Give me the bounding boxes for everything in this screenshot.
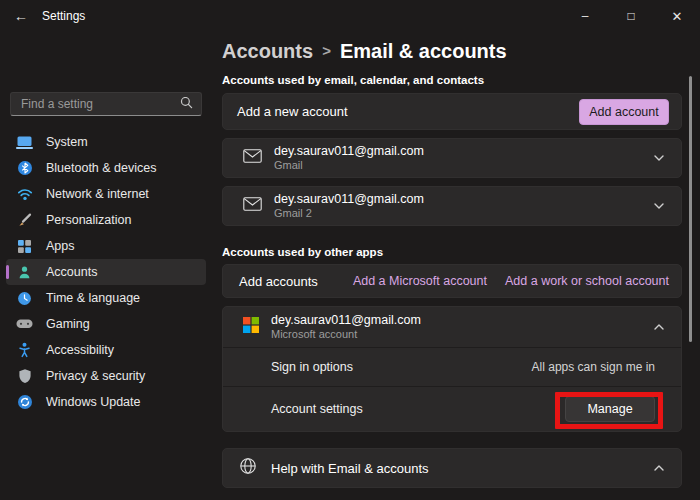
sidebar-item-label: Windows Update	[46, 395, 141, 409]
sign-in-options-value: All apps can sign me in	[532, 360, 655, 374]
add-account-button[interactable]: Add account	[579, 99, 669, 125]
search-icon	[180, 95, 193, 113]
sidebar-item-system[interactable]: System	[6, 129, 206, 155]
breadcrumb-accounts[interactable]: Accounts	[222, 40, 313, 62]
email-account-row-gmail[interactable]: dey.saurav011@gmail.com Gmail	[222, 138, 682, 178]
sidebar-item-label: Personalization	[46, 213, 131, 227]
chevron-down-icon[interactable]	[653, 202, 665, 210]
account-email: dey.saurav011@gmail.com	[274, 144, 424, 159]
chevron-up-icon[interactable]	[653, 323, 665, 331]
account-settings-row: Account settings Manage	[223, 387, 681, 431]
gaming-icon	[16, 318, 33, 330]
add-accounts-row: Add accounts Add a Microsoft account Add…	[222, 264, 682, 298]
add-work-school-account-link[interactable]: Add a work or school account	[505, 274, 669, 288]
mail-icon	[243, 149, 262, 167]
window-controls: – □ ✕	[562, 0, 700, 32]
chevron-up-icon[interactable]	[653, 464, 665, 472]
help-label: Help with Email & accounts	[271, 461, 653, 476]
minimize-button[interactable]: –	[562, 0, 608, 32]
page-title: Email & accounts	[340, 40, 507, 62]
account-email: dey.saurav011@gmail.com	[271, 313, 421, 328]
scrollbar-thumb[interactable]	[689, 76, 692, 342]
microsoft-account-group: dey.saurav011@gmail.com Microsoft accoun…	[222, 306, 682, 432]
sidebar-item-label: Gaming	[46, 317, 90, 331]
manage-button[interactable]: Manage	[565, 396, 655, 422]
account-type: Microsoft account	[271, 328, 421, 341]
sidebar-item-accessibility[interactable]: Accessibility	[6, 337, 206, 363]
add-accounts-label: Add accounts	[239, 274, 353, 289]
microsoft-logo-icon	[243, 317, 259, 337]
sidebar-item-gaming[interactable]: Gaming	[6, 311, 206, 337]
add-microsoft-account-link[interactable]: Add a Microsoft account	[353, 274, 487, 288]
system-icon	[16, 135, 33, 150]
breadcrumb: Accounts>Email & accounts	[222, 38, 682, 64]
personalization-icon	[16, 212, 33, 228]
sidebar-item-accounts[interactable]: Accounts	[6, 259, 206, 285]
chevron-down-icon[interactable]	[653, 154, 665, 162]
account-type: Gmail 2	[274, 207, 424, 220]
account-settings-label: Account settings	[271, 402, 565, 416]
apps-icon	[16, 239, 33, 254]
microsoft-account-row[interactable]: dey.saurav011@gmail.com Microsoft accoun…	[223, 307, 681, 347]
help-row[interactable]: Help with Email & accounts	[222, 448, 682, 488]
sidebar-item-label: Privacy & security	[46, 369, 145, 383]
sidebar-item-label: Accounts	[46, 265, 97, 279]
sidebar-item-windows-update[interactable]: Windows Update	[6, 389, 206, 415]
sidebar-item-network[interactable]: Network & internet	[6, 181, 206, 207]
email-account-row-gmail2[interactable]: dey.saurav011@gmail.com Gmail 2	[222, 186, 682, 226]
sidebar-item-privacy[interactable]: Privacy & security	[6, 363, 206, 389]
time-language-icon	[16, 291, 33, 306]
back-button[interactable]: ←	[0, 8, 42, 24]
close-button[interactable]: ✕	[654, 0, 700, 32]
titlebar: ← Settings – □ ✕	[0, 0, 700, 32]
sidebar-item-personalization[interactable]: Personalization	[6, 207, 206, 233]
sidebar-item-label: Accessibility	[46, 343, 114, 357]
settings-window: ← Settings – □ ✕	[0, 0, 700, 500]
network-icon	[16, 187, 33, 201]
window-title: Settings	[42, 9, 85, 23]
sidebar-item-label: Bluetooth & devices	[46, 161, 157, 175]
bluetooth-icon	[16, 160, 33, 176]
add-new-account-row: Add a new account Add account	[222, 93, 682, 130]
search-box[interactable]	[10, 92, 202, 116]
sidebar-item-bluetooth[interactable]: Bluetooth & devices	[6, 155, 206, 181]
globe-icon	[239, 457, 257, 479]
sidebar-item-time-language[interactable]: Time & language	[6, 285, 206, 311]
account-email: dey.saurav011@gmail.com	[274, 192, 424, 207]
sign-in-options-row: Sign in options All apps can sign me in	[223, 348, 681, 386]
accounts-icon	[16, 265, 33, 280]
maximize-button[interactable]: □	[608, 0, 654, 32]
sign-in-options-label: Sign in options	[271, 360, 532, 374]
privacy-security-icon	[16, 368, 33, 384]
section-title-email: Accounts used by email, calendar, and co…	[222, 74, 682, 86]
sidebar: System Bluetooth & devices	[0, 32, 212, 500]
sidebar-item-label: System	[46, 135, 88, 149]
sidebar-nav: System Bluetooth & devices	[0, 129, 212, 415]
mail-icon	[243, 197, 262, 215]
section-title-other-apps: Accounts used by other apps	[222, 246, 682, 258]
accessibility-icon	[16, 342, 33, 358]
sidebar-item-apps[interactable]: Apps	[6, 233, 206, 259]
add-new-account-label: Add a new account	[237, 104, 579, 119]
breadcrumb-separator: >	[313, 42, 340, 59]
main-content: Accounts>Email & accounts Accounts used …	[222, 32, 682, 500]
windows-update-icon	[16, 394, 33, 410]
search-input[interactable]	[19, 96, 180, 112]
sidebar-item-label: Network & internet	[46, 187, 149, 201]
sidebar-item-label: Apps	[46, 239, 75, 253]
sidebar-item-label: Time & language	[46, 291, 140, 305]
account-type: Gmail	[274, 159, 424, 172]
